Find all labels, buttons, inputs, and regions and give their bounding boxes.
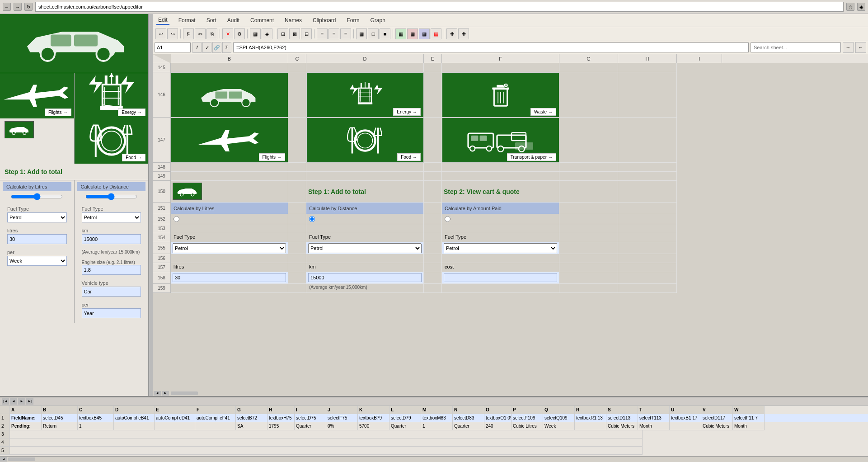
bottom-cell-g2[interactable]: SA — [236, 422, 267, 430]
food-label-cell[interactable]: Food → — [397, 153, 421, 161]
col-header-g[interactable]: G — [559, 54, 618, 63]
cell-b157-litres[interactable]: litres — [171, 263, 288, 272]
fuel-type-2-select[interactable]: Petrol — [82, 212, 141, 222]
bottom-cell-g1[interactable]: selectB72 — [236, 414, 267, 422]
vehicle-type-input[interactable] — [82, 287, 141, 297]
forward-button[interactable]: → — [14, 3, 22, 11]
bottom-col-i-hdr[interactable]: I — [295, 406, 326, 414]
undo-button[interactable]: ↩ — [155, 28, 166, 39]
bottom-cell-s2[interactable]: Cubic Meters — [606, 422, 638, 430]
bottom-col-s-hdr[interactable]: S — [606, 406, 638, 414]
bottom-cell-v1[interactable]: selectD117 — [701, 414, 733, 422]
cell-c146[interactable] — [288, 72, 306, 118]
waste-label-cell[interactable]: Waste → — [530, 108, 556, 116]
sheet-nav-last[interactable]: ►| — [26, 398, 33, 405]
bottom-col-j-hdr[interactable]: J — [326, 406, 358, 414]
cell-b147-flights[interactable]: Flights → — [171, 118, 288, 163]
bottom-cell-d1[interactable]: autoCompl eB41 — [114, 414, 155, 422]
tools-button[interactable]: ⚙ — [234, 28, 245, 39]
col-header-b[interactable]: B — [171, 54, 288, 63]
bottom-cell-m1[interactable]: textboxM83 — [421, 414, 453, 422]
formula-link[interactable]: 🔗 — [212, 42, 221, 53]
bottom-col-b-hdr[interactable]: B — [42, 406, 78, 414]
cell-e158[interactable] — [424, 272, 442, 284]
cell-b148[interactable] — [171, 163, 288, 172]
cell-c149[interactable] — [288, 172, 306, 181]
bottom-col-v-hdr[interactable]: V — [701, 406, 733, 414]
bottom-cell-f2[interactable] — [195, 422, 236, 430]
cell-h157[interactable] — [618, 263, 677, 272]
cell-f146-waste[interactable]: ♻ Waste → — [442, 72, 559, 118]
cell-g148[interactable] — [559, 163, 618, 172]
energy-label-cell[interactable]: Energy → — [393, 108, 421, 116]
cell-e157[interactable] — [424, 263, 442, 272]
tb-btn-1[interactable]: ▦ — [250, 28, 261, 39]
cell-d150-step1[interactable]: Step 1: Add to total — [306, 181, 424, 203]
bottom-cell-i2[interactable]: Quarter — [295, 422, 326, 430]
cell-e150[interactable] — [424, 181, 442, 203]
engine-size-input[interactable] — [82, 265, 141, 275]
cell-f150-step2[interactable]: Step 2: View cart & quote — [442, 181, 559, 203]
bottom-col-a-hdr[interactable]: A — [10, 406, 42, 414]
cell-d157-km[interactable]: km — [306, 263, 424, 272]
bottom-cell-i1[interactable]: selectD75 — [295, 414, 326, 422]
formula-sum[interactable]: Σ — [222, 42, 231, 53]
bottom-col-u-hdr[interactable]: U — [670, 406, 701, 414]
cell-b155-fuelselect[interactable]: Petrol — [171, 242, 288, 254]
food-label-left[interactable]: Food → — [122, 154, 145, 161]
bottom-cell-u1[interactable]: textboxB1 17 — [670, 414, 701, 422]
cell-g156[interactable] — [559, 254, 618, 263]
cell-c152[interactable] — [288, 214, 306, 224]
cell-c159[interactable] — [288, 284, 306, 293]
scroll-right[interactable]: ► — [162, 391, 169, 396]
cell-h148[interactable] — [618, 163, 677, 172]
align-right[interactable]: ≡ — [340, 28, 351, 39]
bottom-grid[interactable]: A B C D E F G H I J K L M N O P Q R S T — [0, 406, 868, 456]
cell-f145[interactable] — [442, 63, 559, 72]
cell-h155[interactable] — [618, 242, 677, 254]
bottom-cell-r2[interactable] — [575, 422, 606, 430]
cell-e145[interactable] — [424, 63, 442, 72]
border-button[interactable]: ▦ — [356, 28, 367, 39]
cell-c145[interactable] — [288, 63, 306, 72]
bottom-col-r-hdr[interactable]: R — [575, 406, 606, 414]
copy-button[interactable]: ⎘ — [183, 28, 194, 39]
cell-c147[interactable] — [288, 118, 306, 163]
sheet-nav-next[interactable]: ► — [18, 398, 25, 405]
cell-f153[interactable] — [442, 224, 559, 233]
cell-f148[interactable] — [442, 163, 559, 172]
cell-f156[interactable] — [442, 254, 559, 263]
cell-f152-radio[interactable] — [442, 214, 559, 224]
km-val-input[interactable] — [308, 273, 422, 282]
cell-e154[interactable] — [424, 233, 442, 242]
cell-g159[interactable] — [559, 284, 618, 293]
cell-d145[interactable] — [306, 63, 424, 72]
align-center[interactable]: ≡ — [328, 28, 339, 39]
bottom-cell-b1[interactable]: selectD45 — [42, 414, 78, 422]
bottom-cell-b2[interactable]: Return — [42, 422, 78, 430]
cell-g151[interactable] — [559, 203, 618, 214]
sheet-nav-first[interactable]: |◄ — [2, 398, 9, 405]
cell-d154-fueltype[interactable]: Fuel Type — [306, 233, 424, 242]
col-header-i[interactable]: I — [677, 54, 722, 63]
cell-h149[interactable] — [618, 172, 677, 181]
cell-c148[interactable] — [288, 163, 306, 172]
bottom-col-o-hdr[interactable]: O — [484, 406, 511, 414]
cell-c151[interactable] — [288, 203, 306, 214]
bottom-cell-k1[interactable]: textboxB79 — [358, 414, 389, 422]
bottom-col-t-hdr[interactable]: T — [638, 406, 670, 414]
cell-d151-calcdist[interactable]: Calculate by Distance — [306, 203, 424, 214]
bottom-cell-l2[interactable]: Quarter — [389, 422, 421, 430]
bottom-cell-row3[interactable] — [10, 430, 643, 438]
menu-graph[interactable]: Graph — [368, 16, 387, 24]
calc-distance-header[interactable]: Calculate by Distance — [77, 182, 146, 191]
cell-f147-transport[interactable]: Transport & paper → — [442, 118, 559, 163]
cell-f158-cost-val[interactable] — [442, 272, 559, 284]
cell-d158-km-val[interactable] — [306, 272, 424, 284]
per-2-input[interactable] — [82, 308, 141, 318]
mini-car-cell[interactable] — [173, 183, 202, 200]
bottom-cell-j1[interactable]: selectF75 — [326, 414, 358, 422]
cell-h147[interactable] — [618, 118, 677, 163]
cell-g152[interactable] — [559, 214, 618, 224]
menu-sort[interactable]: Sort — [205, 16, 218, 24]
